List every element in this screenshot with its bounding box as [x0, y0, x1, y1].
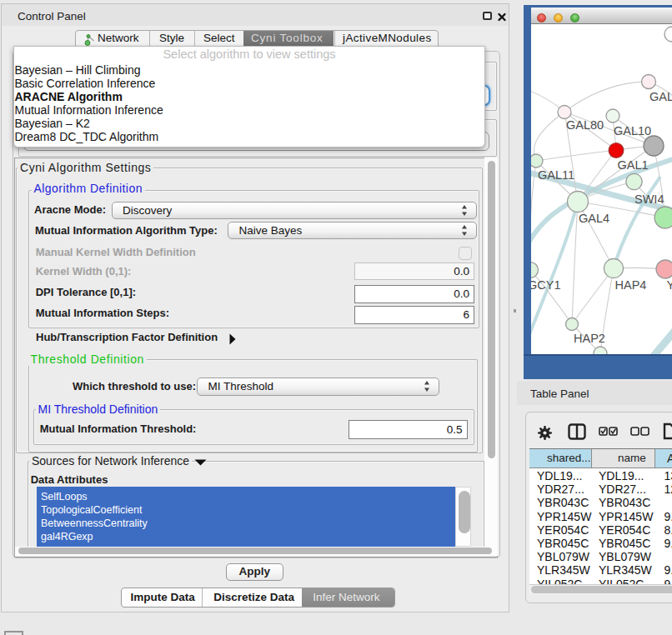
svg-text:HAP2: HAP2: [574, 332, 605, 345]
svg-text:GAL4: GAL4: [579, 212, 609, 225]
svg-text:Y: Y: [667, 278, 672, 292]
svg-text:GAL11: GAL11: [538, 168, 574, 182]
svg-text:GAL1: GAL1: [618, 158, 649, 172]
svg-text:GCY1: GCY1: [531, 278, 561, 292]
svg-text:GAL80: GAL80: [566, 118, 604, 132]
svg-text:GAL7: GAL7: [649, 90, 672, 103]
svg-text:SWI4: SWI4: [634, 192, 664, 206]
svg-text:HAP4: HAP4: [615, 278, 647, 292]
svg-text:GAL10: GAL10: [614, 124, 651, 138]
